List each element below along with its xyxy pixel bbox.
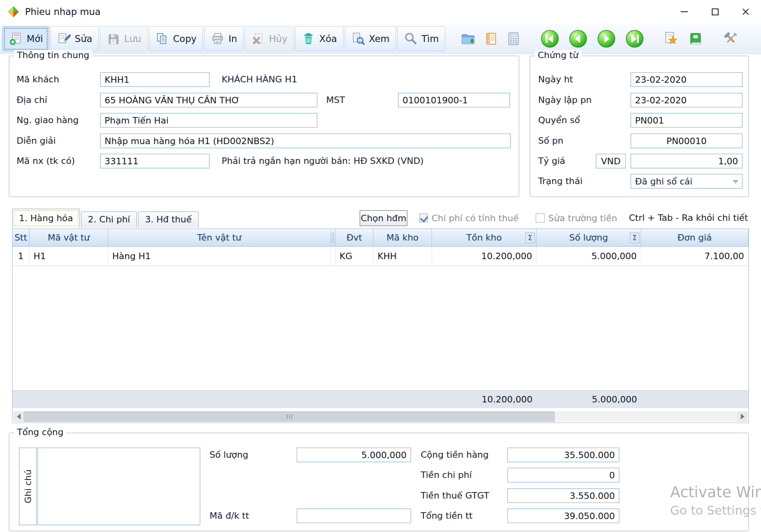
chon-hdm-button[interactable]: Chọn hđm [360, 210, 407, 226]
delete-button[interactable]: Xóa [295, 26, 344, 51]
edit-button[interactable]: Sửa [50, 26, 99, 51]
print-button[interactable]: In [204, 26, 243, 51]
dia-chi-input[interactable] [100, 93, 317, 107]
cancel-button[interactable]: Hủy [245, 26, 293, 51]
cell-dvt[interactable]: KG [335, 247, 373, 266]
giao-hang-label: Ng. giao hàng [17, 113, 79, 128]
dien-giai-input[interactable] [100, 134, 511, 148]
cell-ma-vat-tu[interactable]: H1 [29, 247, 108, 266]
open-folder-button[interactable] [457, 26, 480, 52]
ma-dk-label: Mã đ/k tt [210, 509, 249, 523]
ty-gia-input[interactable] [631, 154, 742, 168]
customer-name-text: KHÁCH HÀNG H1 [222, 72, 297, 87]
general-info-group: Thông tin chung Mã khách KHÁCH HÀNG H1 Đ… [9, 56, 519, 197]
column-splitter[interactable] [331, 229, 335, 246]
scroll-right-button[interactable] [737, 411, 748, 422]
maximize-button[interactable] [700, 0, 730, 23]
ghi-chu-textarea[interactable] [38, 448, 200, 525]
so-luong-total-input[interactable] [297, 448, 411, 462]
tong-tien-input[interactable] [507, 509, 619, 523]
calculator-button[interactable] [502, 26, 525, 52]
col-header-stt[interactable]: Stt [13, 229, 29, 246]
tab-chi-phi[interactable]: 2. Chi phí [81, 212, 137, 228]
close-icon [742, 8, 750, 16]
ma-dk-input[interactable] [297, 509, 411, 523]
close-button[interactable] [730, 0, 761, 23]
delete-icon [302, 32, 315, 46]
cell-so-luong[interactable]: 5.000,000 [537, 247, 641, 266]
ngay-lap-label: Ngày lập pn [538, 93, 591, 107]
quyen-so-input[interactable] [631, 113, 742, 128]
cell-stt[interactable]: 1 [13, 247, 29, 266]
thue-gtgt-label: Tiền thuế GTGT [421, 488, 489, 503]
cell-ton-kho[interactable]: 10.200,000 [432, 247, 537, 266]
view-button[interactable]: Xem [345, 26, 396, 51]
table-row[interactable]: 1 H1 Hàng H1 KG KHH 10.200,000 5.000,000… [13, 247, 748, 266]
cell-don-gia[interactable]: 7.100,00 [641, 247, 748, 266]
arrow-right-icon [741, 414, 744, 419]
favorite-icon [663, 31, 679, 46]
ngay-lap-input[interactable] [631, 93, 742, 107]
tab-hd-thue[interactable]: 3. Hđ thuế [138, 212, 199, 228]
scroll-left-button[interactable] [13, 411, 24, 422]
minimize-button[interactable] [669, 0, 700, 23]
window-controls [669, 0, 761, 23]
col-header-don-gia[interactable]: Đơn giá [641, 229, 748, 246]
nav-next-button[interactable] [595, 26, 618, 52]
trang-thai-select[interactable]: Đã ghi sổ cái [631, 174, 742, 189]
nav-previous-button[interactable] [567, 26, 589, 52]
new-icon [9, 32, 23, 46]
chi-phi-input[interactable] [507, 468, 619, 482]
maximize-icon [712, 8, 719, 15]
find-button[interactable]: Tìm [397, 26, 445, 51]
sua-truong-checkbox-label: Sửa trường tiền [548, 213, 617, 223]
grip-icon [291, 414, 292, 419]
new-button[interactable]: Mới [2, 26, 49, 51]
nav-first-button[interactable] [539, 26, 561, 52]
copy-button[interactable]: Copy [149, 26, 203, 51]
nav-last-button[interactable] [623, 26, 646, 52]
save-button[interactable]: Lưu [100, 26, 148, 51]
view-button-label: Xem [369, 34, 390, 44]
notebook-icon [484, 31, 498, 46]
chi-phi-co-tinh-thue-checkbox[interactable]: Chi phí có tính thuế [419, 208, 519, 228]
so-pn-input[interactable] [631, 134, 742, 148]
favorite-button[interactable] [660, 26, 682, 52]
giao-hang-input[interactable] [100, 113, 317, 128]
thue-gtgt-input[interactable] [507, 488, 619, 503]
save-icon [107, 32, 120, 46]
title-bar: Phieu nhap mua [0, 0, 761, 23]
print-icon [211, 32, 224, 46]
ledger-button[interactable] [685, 26, 707, 52]
ma-nx-label: Mã nx (tk có) [17, 154, 75, 168]
cell-ma-kho[interactable]: KHH [373, 247, 432, 266]
horizontal-scrollbar[interactable] [13, 411, 748, 422]
col-header-ma-kho[interactable]: Mã kho [373, 229, 432, 246]
scrollbar-thumb[interactable] [24, 411, 555, 422]
edit-icon [57, 32, 71, 46]
ma-khach-input[interactable] [100, 72, 210, 87]
col-header-ten-vat-tu[interactable]: Tên vật tư [108, 229, 331, 246]
cong-tien-input[interactable] [507, 448, 619, 462]
sigma-icon[interactable]: Σ [630, 232, 639, 243]
col-header-so-luong[interactable]: Số lượngΣ [537, 229, 641, 246]
tools-button[interactable] [719, 26, 742, 52]
col-header-ma-vat-tu[interactable]: Mã vật tư [29, 229, 108, 246]
ngay-ht-input[interactable] [631, 72, 742, 87]
sua-truong-tien-checkbox[interactable]: Sửa trường tiền [536, 208, 617, 228]
mst-input[interactable] [398, 93, 510, 107]
sigma-icon[interactable]: Σ [525, 232, 535, 243]
edit-button-label: Sửa [75, 34, 92, 44]
notebook-button[interactable] [480, 26, 502, 52]
ghi-chu-label: Ghi chú [23, 469, 33, 503]
currency-input[interactable] [596, 154, 626, 168]
cell-ten-vat-tu[interactable]: Hàng H1 [108, 247, 331, 266]
ghi-chu-label-strip: Ghi chú [19, 448, 37, 525]
nav-previous-icon [569, 29, 587, 48]
totals-spacer [13, 391, 432, 408]
mst-label: MST [326, 93, 345, 107]
tab-hang-hoa[interactable]: 1. Hàng hóa [12, 209, 80, 228]
col-header-ton-kho[interactable]: Tồn khoΣ [432, 229, 537, 246]
col-header-dvt[interactable]: Đvt [335, 229, 373, 246]
ma-nx-input[interactable] [100, 154, 210, 168]
